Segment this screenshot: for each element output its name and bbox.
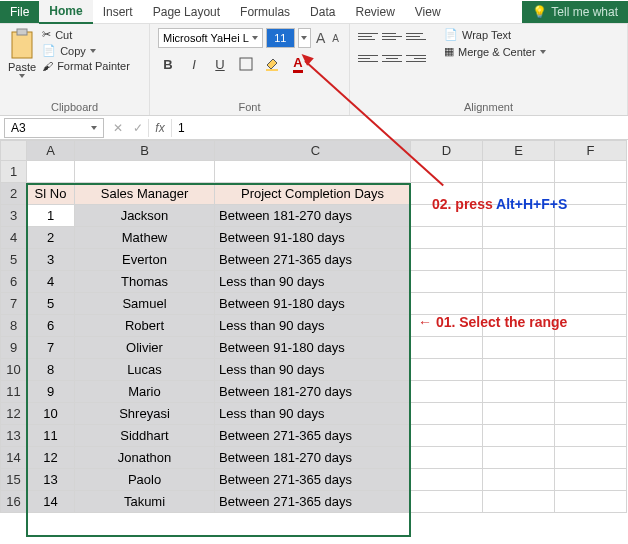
cell[interactable]: Between 181-270 days: [215, 381, 411, 403]
merge-center-button[interactable]: ▦Merge & Center: [444, 45, 546, 58]
font-name-combo[interactable]: Microsoft YaHei L: [158, 28, 263, 48]
cell[interactable]: Between 271-365 days: [215, 491, 411, 513]
format-painter-button[interactable]: 🖌Format Painter: [42, 60, 130, 72]
col-header-E[interactable]: E: [483, 141, 555, 161]
row-header[interactable]: 12: [1, 403, 27, 425]
copy-button[interactable]: 📄Copy: [42, 44, 130, 57]
fx-button[interactable]: fx: [148, 119, 172, 137]
cell[interactable]: Olivier: [75, 337, 215, 359]
row-header[interactable]: 2: [1, 183, 27, 205]
row-header[interactable]: 8: [1, 315, 27, 337]
cell[interactable]: Between 91-180 days: [215, 337, 411, 359]
bold-button[interactable]: B: [158, 54, 178, 74]
cell[interactable]: Lucas: [75, 359, 215, 381]
cell[interactable]: Between 271-365 days: [215, 469, 411, 491]
col-header-A[interactable]: A: [27, 141, 75, 161]
cell[interactable]: Jackson: [75, 205, 215, 227]
col-header-F[interactable]: F: [555, 141, 627, 161]
row-header[interactable]: 16: [1, 491, 27, 513]
italic-button[interactable]: I: [184, 54, 204, 74]
cell[interactable]: 1: [27, 205, 75, 227]
row-header[interactable]: 13: [1, 425, 27, 447]
align-bottom-button[interactable]: [406, 28, 426, 44]
paste-button[interactable]: Paste: [8, 28, 36, 78]
cell[interactable]: Less than 90 days: [215, 359, 411, 381]
name-box[interactable]: A3: [4, 118, 104, 138]
cell[interactable]: Mario: [75, 381, 215, 403]
fill-color-button[interactable]: [262, 54, 282, 74]
cell[interactable]: Sales Manager: [75, 183, 215, 205]
tab-data[interactable]: Data: [300, 1, 345, 23]
row-header[interactable]: 7: [1, 293, 27, 315]
cell[interactable]: Between 91-180 days: [215, 293, 411, 315]
cell[interactable]: 6: [27, 315, 75, 337]
cell[interactable]: 5: [27, 293, 75, 315]
cell[interactable]: Sl No: [27, 183, 75, 205]
tab-formulas[interactable]: Formulas: [230, 1, 300, 23]
increase-font-button[interactable]: A: [314, 30, 327, 46]
row-header[interactable]: 14: [1, 447, 27, 469]
row-header[interactable]: 9: [1, 337, 27, 359]
enter-formula-button[interactable]: ✓: [128, 121, 148, 135]
row-header[interactable]: 3: [1, 205, 27, 227]
cell[interactable]: 14: [27, 491, 75, 513]
align-right-button[interactable]: [406, 50, 426, 66]
worksheet-grid[interactable]: A B C D E F 1 2Sl NoSales ManagerProject…: [0, 140, 628, 513]
font-size-dropdown[interactable]: [298, 28, 311, 48]
cell[interactable]: Everton: [75, 249, 215, 271]
row-header[interactable]: 5: [1, 249, 27, 271]
cell[interactable]: Less than 90 days: [215, 315, 411, 337]
cell[interactable]: 7: [27, 337, 75, 359]
cell[interactable]: Takumi: [75, 491, 215, 513]
cell[interactable]: Shreyasi: [75, 403, 215, 425]
formula-input[interactable]: 1: [172, 121, 628, 135]
font-size-combo[interactable]: 11: [266, 28, 295, 48]
decrease-font-button[interactable]: A: [330, 33, 341, 44]
wrap-text-button[interactable]: 📄Wrap Text: [444, 28, 546, 41]
align-middle-button[interactable]: [382, 28, 402, 44]
cell[interactable]: Between 181-270 days: [215, 205, 411, 227]
cell[interactable]: 4: [27, 271, 75, 293]
cell[interactable]: 2: [27, 227, 75, 249]
cell[interactable]: Samuel: [75, 293, 215, 315]
align-center-button[interactable]: [382, 50, 402, 66]
align-left-button[interactable]: [358, 50, 378, 66]
tab-file[interactable]: File: [0, 1, 39, 23]
cut-button[interactable]: ✂Cut: [42, 28, 130, 41]
cell[interactable]: Mathew: [75, 227, 215, 249]
cell[interactable]: Between 91-180 days: [215, 227, 411, 249]
cell[interactable]: 3: [27, 249, 75, 271]
cell[interactable]: 12: [27, 447, 75, 469]
col-header-C[interactable]: C: [215, 141, 411, 161]
cell[interactable]: Project Completion Days: [215, 183, 411, 205]
cell[interactable]: Paolo: [75, 469, 215, 491]
tab-view[interactable]: View: [405, 1, 451, 23]
row-header[interactable]: 4: [1, 227, 27, 249]
cancel-formula-button[interactable]: ✕: [108, 121, 128, 135]
row-header[interactable]: 6: [1, 271, 27, 293]
cell[interactable]: Less than 90 days: [215, 403, 411, 425]
cell[interactable]: 13: [27, 469, 75, 491]
tab-home[interactable]: Home: [39, 0, 92, 24]
col-header-D[interactable]: D: [411, 141, 483, 161]
cell[interactable]: Less than 90 days: [215, 271, 411, 293]
align-top-button[interactable]: [358, 28, 378, 44]
cell[interactable]: Jonathon: [75, 447, 215, 469]
cell[interactable]: 9: [27, 381, 75, 403]
border-button[interactable]: [236, 54, 256, 74]
col-header-B[interactable]: B: [75, 141, 215, 161]
cell[interactable]: Thomas: [75, 271, 215, 293]
cell[interactable]: Between 271-365 days: [215, 249, 411, 271]
cell[interactable]: Between 271-365 days: [215, 425, 411, 447]
cell[interactable]: Robert: [75, 315, 215, 337]
row-header[interactable]: 15: [1, 469, 27, 491]
cell[interactable]: Siddhart: [75, 425, 215, 447]
underline-button[interactable]: U: [210, 54, 230, 74]
select-all-corner[interactable]: [1, 141, 27, 161]
row-header[interactable]: 10: [1, 359, 27, 381]
row-header[interactable]: 1: [1, 161, 27, 183]
cell[interactable]: 10: [27, 403, 75, 425]
row-header[interactable]: 11: [1, 381, 27, 403]
tell-me[interactable]: 💡 Tell me what: [522, 1, 628, 23]
tab-page-layout[interactable]: Page Layout: [143, 1, 230, 23]
